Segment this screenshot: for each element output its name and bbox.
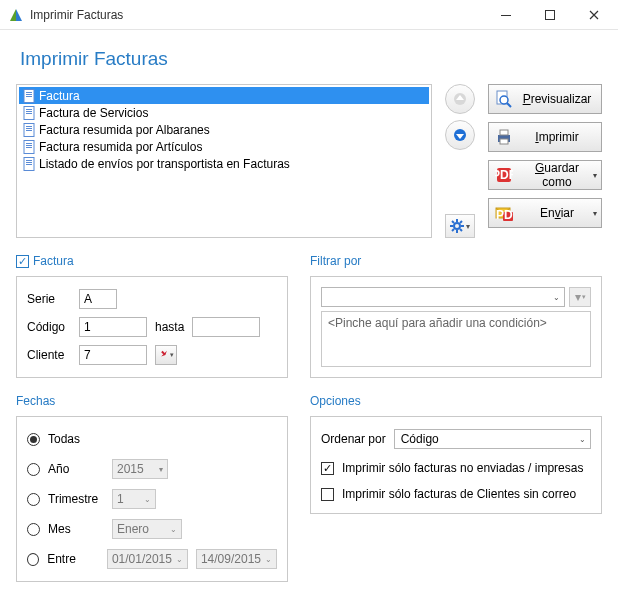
- trimestre-select[interactable]: 1⌄: [112, 489, 156, 509]
- window-title: Imprimir Facturas: [30, 8, 484, 22]
- print-button[interactable]: Imprimir: [488, 122, 602, 152]
- list-item[interactable]: Factura resumida por Albaranes: [19, 121, 429, 138]
- chk-sin-correo[interactable]: [321, 488, 334, 501]
- document-icon: [23, 157, 35, 171]
- titlebar: Imprimir Facturas: [0, 0, 618, 30]
- minimize-button[interactable]: [484, 0, 528, 30]
- svg-line-32: [452, 229, 454, 231]
- opciones-section-title: Opciones: [310, 394, 602, 408]
- opciones-box: Ordenar por Código ⌄ Imprimir sólo factu…: [310, 416, 602, 514]
- svg-rect-15: [26, 143, 32, 144]
- svg-point-24: [454, 223, 460, 229]
- svg-rect-16: [26, 145, 32, 146]
- cliente-input[interactable]: [79, 345, 147, 365]
- svg-text:PDF: PDF: [495, 168, 513, 182]
- codigo-label: Código: [27, 320, 71, 334]
- svg-rect-8: [26, 111, 32, 112]
- filter-box: ⌄ ▾▾ <Pinche aquí para añadir una condic…: [310, 276, 602, 378]
- list-item[interactable]: Factura de Servicios: [19, 104, 429, 121]
- save-as-button[interactable]: PDF Guardar como ▾: [488, 160, 602, 190]
- mes-select[interactable]: Enero⌄: [112, 519, 182, 539]
- radio-ano[interactable]: [27, 463, 40, 476]
- list-item[interactable]: Listado de envíos por transportista en F…: [19, 155, 429, 172]
- radio-trimestre-label: Trimestre: [48, 492, 104, 506]
- fechas-section-title: Fechas: [16, 394, 288, 408]
- list-item-label: Listado de envíos por transportista en F…: [39, 157, 290, 171]
- dropdown-icon: ▾: [593, 209, 597, 218]
- svg-rect-37: [500, 130, 508, 135]
- save-as-label: Guardar como: [519, 161, 595, 189]
- codigo-to-input[interactable]: [192, 317, 260, 337]
- factura-section-title[interactable]: Factura: [16, 254, 288, 268]
- serie-label: Serie: [27, 292, 71, 306]
- svg-rect-20: [26, 162, 32, 163]
- radio-todas[interactable]: [27, 433, 40, 446]
- radio-mes-label: Mes: [48, 522, 104, 536]
- factura-box: Serie Código hasta Cliente ▾: [16, 276, 288, 378]
- entre-to-date[interactable]: 14/09/2015⌄: [196, 549, 277, 569]
- move-down-button[interactable]: [445, 120, 475, 150]
- magnifier-icon: [495, 90, 513, 108]
- pdf-icon: PDF: [495, 166, 513, 184]
- send-button[interactable]: PDF Enviar ▾: [488, 198, 602, 228]
- svg-rect-13: [26, 130, 32, 131]
- svg-line-35: [507, 103, 511, 107]
- chevron-down-icon: ⌄: [579, 435, 586, 444]
- preview-label: Previsualizar: [519, 92, 595, 106]
- radio-entre[interactable]: [27, 553, 39, 566]
- list-item[interactable]: Factura resumida por Artículos: [19, 138, 429, 155]
- filter-condition-area[interactable]: <Pinche aquí para añadir una condición>: [321, 311, 591, 367]
- list-item-label: Factura de Servicios: [39, 106, 148, 120]
- svg-rect-1: [546, 10, 555, 19]
- move-up-button[interactable]: [445, 84, 475, 114]
- radio-mes[interactable]: [27, 523, 40, 536]
- maximize-button[interactable]: [528, 0, 572, 30]
- serie-input[interactable]: [79, 289, 117, 309]
- svg-rect-11: [26, 126, 32, 127]
- list-item[interactable]: Factura: [19, 87, 429, 104]
- ordenar-label: Ordenar por: [321, 432, 386, 446]
- entre-from-date[interactable]: 01/01/2015⌄: [107, 549, 188, 569]
- svg-rect-12: [26, 128, 32, 129]
- print-label: Imprimir: [519, 130, 595, 144]
- svg-rect-3: [26, 92, 32, 93]
- svg-line-29: [452, 221, 454, 223]
- filter-combo[interactable]: ⌄: [321, 287, 565, 307]
- svg-rect-5: [26, 96, 32, 97]
- svg-line-30: [460, 229, 462, 231]
- radio-ano-label: Año: [48, 462, 104, 476]
- filter-funnel-button[interactable]: ▾▾: [569, 287, 591, 307]
- svg-rect-19: [26, 160, 32, 161]
- list-item-label: Factura: [39, 89, 80, 103]
- preview-button[interactable]: Previsualizar: [488, 84, 602, 114]
- list-item-label: Factura resumida por Artículos: [39, 140, 202, 154]
- svg-rect-4: [26, 94, 32, 95]
- svg-text:PDF: PDF: [496, 208, 513, 222]
- svg-rect-38: [500, 139, 508, 144]
- ordenar-select[interactable]: Código ⌄: [394, 429, 591, 449]
- cliente-lookup-button[interactable]: ▾: [155, 345, 177, 365]
- svg-line-31: [460, 221, 462, 223]
- settings-button[interactable]: ▾: [445, 214, 475, 238]
- radio-entre-label: Entre: [47, 552, 99, 566]
- chk-no-enviadas[interactable]: [321, 462, 334, 475]
- close-button[interactable]: [572, 0, 616, 30]
- factura-checkbox[interactable]: [16, 255, 29, 268]
- chk-no-enviadas-label: Imprimir sólo facturas no enviadas / imp…: [342, 461, 583, 475]
- fechas-box: Todas Año 2015▾ Trimestre 1⌄ Mes Enero⌄: [16, 416, 288, 582]
- radio-todas-label: Todas: [48, 432, 80, 446]
- filter-section-title: Filtrar por: [310, 254, 602, 268]
- hasta-label: hasta: [155, 320, 184, 334]
- document-icon: [23, 140, 35, 154]
- svg-rect-9: [26, 113, 32, 114]
- list-item-label: Factura resumida por Albaranes: [39, 123, 210, 137]
- radio-trimestre[interactable]: [27, 493, 40, 506]
- svg-rect-17: [26, 147, 32, 148]
- printer-icon: [495, 128, 513, 146]
- ano-select[interactable]: 2015▾: [112, 459, 168, 479]
- document-icon: [23, 123, 35, 137]
- chk-sin-correo-label: Imprimir sólo facturas de Clientes sin c…: [342, 487, 576, 501]
- report-list[interactable]: Factura Factura de Servicios Factura res…: [16, 84, 432, 238]
- svg-rect-0: [501, 15, 511, 16]
- codigo-from-input[interactable]: [79, 317, 147, 337]
